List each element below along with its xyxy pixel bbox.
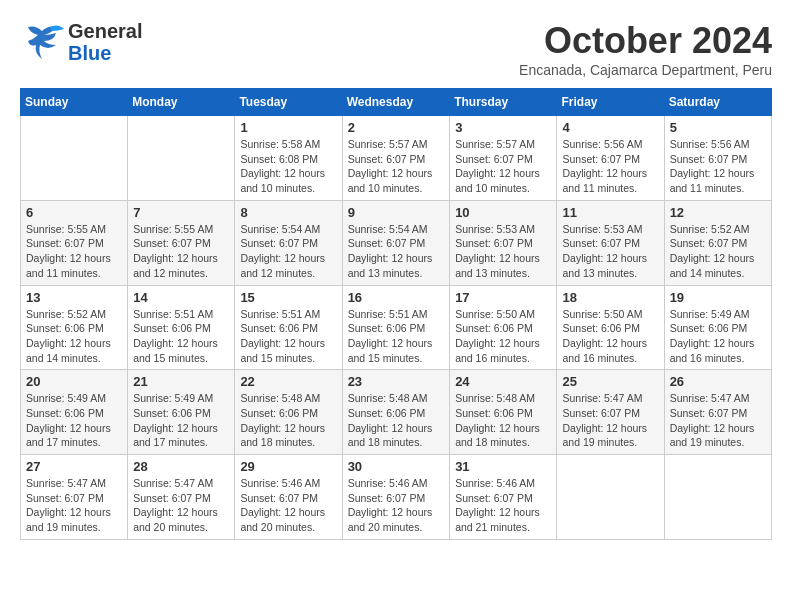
calendar-cell: 17Sunrise: 5:50 AMSunset: 6:06 PMDayligh… [450, 285, 557, 370]
header-friday: Friday [557, 89, 664, 116]
calendar-cell [21, 116, 128, 201]
day-number: 26 [670, 374, 766, 389]
day-info: Sunrise: 5:53 AMSunset: 6:07 PMDaylight:… [562, 222, 658, 281]
day-number: 28 [133, 459, 229, 474]
calendar-cell: 3Sunrise: 5:57 AMSunset: 6:07 PMDaylight… [450, 116, 557, 201]
day-info: Sunrise: 5:51 AMSunset: 6:06 PMDaylight:… [240, 307, 336, 366]
logo-text-general: General [68, 20, 142, 42]
day-info: Sunrise: 5:50 AMSunset: 6:06 PMDaylight:… [562, 307, 658, 366]
calendar-cell: 10Sunrise: 5:53 AMSunset: 6:07 PMDayligh… [450, 200, 557, 285]
calendar-cell: 21Sunrise: 5:49 AMSunset: 6:06 PMDayligh… [128, 370, 235, 455]
day-number: 13 [26, 290, 122, 305]
day-number: 14 [133, 290, 229, 305]
day-info: Sunrise: 5:49 AMSunset: 6:06 PMDaylight:… [670, 307, 766, 366]
header-sunday: Sunday [21, 89, 128, 116]
calendar-cell: 20Sunrise: 5:49 AMSunset: 6:06 PMDayligh… [21, 370, 128, 455]
day-info: Sunrise: 5:52 AMSunset: 6:07 PMDaylight:… [670, 222, 766, 281]
calendar-cell: 28Sunrise: 5:47 AMSunset: 6:07 PMDayligh… [128, 455, 235, 540]
day-number: 7 [133, 205, 229, 220]
calendar-cell: 18Sunrise: 5:50 AMSunset: 6:06 PMDayligh… [557, 285, 664, 370]
calendar-cell: 7Sunrise: 5:55 AMSunset: 6:07 PMDaylight… [128, 200, 235, 285]
day-number: 1 [240, 120, 336, 135]
calendar-week-2: 6Sunrise: 5:55 AMSunset: 6:07 PMDaylight… [21, 200, 772, 285]
day-number: 23 [348, 374, 445, 389]
calendar-cell: 31Sunrise: 5:46 AMSunset: 6:07 PMDayligh… [450, 455, 557, 540]
calendar-cell [664, 455, 771, 540]
calendar-cell: 14Sunrise: 5:51 AMSunset: 6:06 PMDayligh… [128, 285, 235, 370]
day-number: 16 [348, 290, 445, 305]
logo-text-blue: Blue [68, 42, 142, 64]
calendar-cell: 24Sunrise: 5:48 AMSunset: 6:06 PMDayligh… [450, 370, 557, 455]
calendar-cell: 2Sunrise: 5:57 AMSunset: 6:07 PMDaylight… [342, 116, 450, 201]
day-info: Sunrise: 5:46 AMSunset: 6:07 PMDaylight:… [240, 476, 336, 535]
calendar-cell: 23Sunrise: 5:48 AMSunset: 6:06 PMDayligh… [342, 370, 450, 455]
calendar-week-3: 13Sunrise: 5:52 AMSunset: 6:06 PMDayligh… [21, 285, 772, 370]
day-info: Sunrise: 5:57 AMSunset: 6:07 PMDaylight:… [348, 137, 445, 196]
title-block: October 2024 Encanada, Cajamarca Departm… [519, 20, 772, 78]
calendar-cell: 25Sunrise: 5:47 AMSunset: 6:07 PMDayligh… [557, 370, 664, 455]
day-number: 17 [455, 290, 551, 305]
day-info: Sunrise: 5:46 AMSunset: 6:07 PMDaylight:… [455, 476, 551, 535]
day-number: 11 [562, 205, 658, 220]
day-info: Sunrise: 5:56 AMSunset: 6:07 PMDaylight:… [670, 137, 766, 196]
day-number: 8 [240, 205, 336, 220]
day-number: 4 [562, 120, 658, 135]
day-number: 20 [26, 374, 122, 389]
day-number: 10 [455, 205, 551, 220]
calendar-cell: 9Sunrise: 5:54 AMSunset: 6:07 PMDaylight… [342, 200, 450, 285]
location-subtitle: Encanada, Cajamarca Department, Peru [519, 62, 772, 78]
day-info: Sunrise: 5:53 AMSunset: 6:07 PMDaylight:… [455, 222, 551, 281]
calendar-cell: 15Sunrise: 5:51 AMSunset: 6:06 PMDayligh… [235, 285, 342, 370]
day-number: 18 [562, 290, 658, 305]
calendar-cell: 26Sunrise: 5:47 AMSunset: 6:07 PMDayligh… [664, 370, 771, 455]
day-info: Sunrise: 5:49 AMSunset: 6:06 PMDaylight:… [133, 391, 229, 450]
calendar-cell: 30Sunrise: 5:46 AMSunset: 6:07 PMDayligh… [342, 455, 450, 540]
day-number: 25 [562, 374, 658, 389]
calendar-cell: 4Sunrise: 5:56 AMSunset: 6:07 PMDaylight… [557, 116, 664, 201]
day-info: Sunrise: 5:48 AMSunset: 6:06 PMDaylight:… [348, 391, 445, 450]
day-number: 12 [670, 205, 766, 220]
header-tuesday: Tuesday [235, 89, 342, 116]
calendar-table: Sunday Monday Tuesday Wednesday Thursday… [20, 88, 772, 540]
day-number: 9 [348, 205, 445, 220]
day-number: 24 [455, 374, 551, 389]
day-info: Sunrise: 5:54 AMSunset: 6:07 PMDaylight:… [240, 222, 336, 281]
header-monday: Monday [128, 89, 235, 116]
calendar-cell: 13Sunrise: 5:52 AMSunset: 6:06 PMDayligh… [21, 285, 128, 370]
day-number: 6 [26, 205, 122, 220]
day-info: Sunrise: 5:46 AMSunset: 6:07 PMDaylight:… [348, 476, 445, 535]
logo-icon [20, 23, 64, 61]
calendar-cell: 29Sunrise: 5:46 AMSunset: 6:07 PMDayligh… [235, 455, 342, 540]
day-info: Sunrise: 5:47 AMSunset: 6:07 PMDaylight:… [670, 391, 766, 450]
day-number: 29 [240, 459, 336, 474]
day-info: Sunrise: 5:58 AMSunset: 6:08 PMDaylight:… [240, 137, 336, 196]
calendar-cell [557, 455, 664, 540]
calendar-cell: 11Sunrise: 5:53 AMSunset: 6:07 PMDayligh… [557, 200, 664, 285]
day-info: Sunrise: 5:47 AMSunset: 6:07 PMDaylight:… [562, 391, 658, 450]
day-info: Sunrise: 5:54 AMSunset: 6:07 PMDaylight:… [348, 222, 445, 281]
calendar-week-1: 1Sunrise: 5:58 AMSunset: 6:08 PMDaylight… [21, 116, 772, 201]
day-info: Sunrise: 5:47 AMSunset: 6:07 PMDaylight:… [26, 476, 122, 535]
day-number: 3 [455, 120, 551, 135]
day-number: 31 [455, 459, 551, 474]
calendar-cell: 1Sunrise: 5:58 AMSunset: 6:08 PMDaylight… [235, 116, 342, 201]
calendar-cell: 6Sunrise: 5:55 AMSunset: 6:07 PMDaylight… [21, 200, 128, 285]
day-info: Sunrise: 5:51 AMSunset: 6:06 PMDaylight:… [348, 307, 445, 366]
calendar-cell: 27Sunrise: 5:47 AMSunset: 6:07 PMDayligh… [21, 455, 128, 540]
day-info: Sunrise: 5:55 AMSunset: 6:07 PMDaylight:… [26, 222, 122, 281]
calendar-cell: 19Sunrise: 5:49 AMSunset: 6:06 PMDayligh… [664, 285, 771, 370]
day-info: Sunrise: 5:48 AMSunset: 6:06 PMDaylight:… [455, 391, 551, 450]
header-saturday: Saturday [664, 89, 771, 116]
day-number: 30 [348, 459, 445, 474]
calendar-cell: 5Sunrise: 5:56 AMSunset: 6:07 PMDaylight… [664, 116, 771, 201]
header-row: Sunday Monday Tuesday Wednesday Thursday… [21, 89, 772, 116]
calendar-week-4: 20Sunrise: 5:49 AMSunset: 6:06 PMDayligh… [21, 370, 772, 455]
day-info: Sunrise: 5:48 AMSunset: 6:06 PMDaylight:… [240, 391, 336, 450]
day-number: 15 [240, 290, 336, 305]
day-info: Sunrise: 5:57 AMSunset: 6:07 PMDaylight:… [455, 137, 551, 196]
header-wednesday: Wednesday [342, 89, 450, 116]
day-info: Sunrise: 5:56 AMSunset: 6:07 PMDaylight:… [562, 137, 658, 196]
day-number: 5 [670, 120, 766, 135]
day-info: Sunrise: 5:55 AMSunset: 6:07 PMDaylight:… [133, 222, 229, 281]
page-header: General Blue October 2024 Encanada, Caja… [20, 20, 772, 78]
